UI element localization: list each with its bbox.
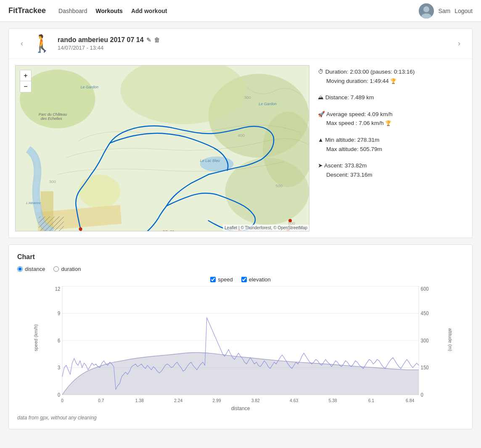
next-workout-button[interactable]: › bbox=[455, 37, 464, 50]
chart-area: 0 3 6 9 12 0 150 300 450 600 0 0.7 bbox=[42, 286, 439, 404]
workout-title-text: rando amberieu 2017 07 14 bbox=[58, 36, 144, 44]
distance-label: Distance: bbox=[325, 94, 349, 101]
radio-distance-text: distance bbox=[25, 266, 45, 272]
prev-workout-button[interactable]: ‹ bbox=[17, 37, 26, 50]
map-zoom-controls: + − bbox=[20, 70, 32, 93]
stat-min-alt: ▲ Min altitude: 278.31m bbox=[318, 135, 466, 145]
moving-duration-label: Moving duration: bbox=[326, 78, 368, 84]
nav-workouts[interactable]: Workouts bbox=[96, 8, 123, 14]
svg-text:0.7: 0.7 bbox=[98, 398, 104, 403]
stat-group-duration: ⏱ Duration: 2:03:00 (pauses: 0:13:16) Mo… bbox=[318, 67, 466, 85]
brand-link[interactable]: FitTrackee bbox=[8, 6, 46, 15]
zoom-out-button[interactable]: − bbox=[20, 81, 31, 92]
radio-distance-input[interactable] bbox=[17, 266, 23, 272]
max-alt-label: Max altitude: bbox=[326, 146, 359, 152]
distance-value: 7.489 km bbox=[351, 94, 374, 101]
svg-text:0: 0 bbox=[61, 398, 63, 403]
svg-text:0: 0 bbox=[421, 392, 424, 398]
check-speed-label[interactable]: speed bbox=[210, 276, 233, 283]
chart-card: Chart distance duration speed elevation bbox=[8, 244, 473, 429]
svg-text:4.63: 4.63 bbox=[290, 398, 298, 403]
avg-speed-value: 4.09 km/h bbox=[367, 111, 392, 117]
max-speed-value: 7.06 km/h bbox=[359, 120, 383, 126]
y-right-axis-label: altitude (m) bbox=[447, 328, 452, 351]
svg-text:3.82: 3.82 bbox=[251, 398, 260, 403]
chart-title: Chart bbox=[17, 253, 464, 261]
svg-text:des Echelles: des Echelles bbox=[41, 117, 62, 121]
stat-distance: ⛰ Distance: 7.489 km bbox=[318, 93, 466, 102]
svg-point-9 bbox=[79, 175, 121, 208]
ascent-icon: ➤ bbox=[318, 162, 323, 169]
chart-legend: speed elevation bbox=[17, 276, 464, 283]
moving-duration-value: 1:49:44 bbox=[370, 78, 389, 84]
svg-text:6.84: 6.84 bbox=[406, 398, 414, 403]
avatar bbox=[419, 3, 434, 19]
check-speed-text: speed bbox=[218, 276, 233, 283]
radio-distance-label[interactable]: distance bbox=[17, 266, 45, 272]
check-elevation-text: elevation bbox=[249, 276, 271, 283]
svg-text:2.24: 2.24 bbox=[174, 398, 182, 403]
workout-header: ‹ 🚶 rando amberieu 2017 07 14 ✎ 🗑 14/07/… bbox=[9, 29, 472, 59]
svg-text:600: 600 bbox=[421, 286, 429, 292]
svg-text:300: 300 bbox=[244, 95, 251, 100]
stat-group-ascent: ➤ Ascent: 373.82m Descent: 373.16m bbox=[318, 161, 466, 179]
svg-text:450: 450 bbox=[421, 310, 429, 316]
navbar-right: Sam Logout bbox=[419, 3, 473, 19]
avg-speed-label: Average speed: bbox=[326, 111, 366, 117]
svg-point-30 bbox=[79, 227, 82, 231]
nav-add-workout[interactable]: Add workout bbox=[131, 8, 167, 14]
svg-rect-13 bbox=[39, 217, 64, 231]
svg-text:1.38: 1.38 bbox=[135, 398, 144, 403]
zoom-in-button[interactable]: + bbox=[20, 70, 31, 81]
duration-label: Duration: bbox=[325, 69, 349, 75]
trophy-icon-speed: 🏆 bbox=[385, 120, 391, 126]
map-attribution: Leaflet | © Thunderforest, © OpenStreetM… bbox=[223, 225, 309, 231]
nav-dashboard[interactable]: Dashboard bbox=[58, 8, 87, 14]
mountain-icon: ⛰ bbox=[318, 94, 324, 101]
radio-duration-input[interactable] bbox=[53, 266, 59, 272]
stat-group-distance: ⛰ Distance: 7.489 km bbox=[318, 93, 466, 102]
workout-date: 14/07/2017 - 13:44 bbox=[58, 45, 455, 51]
chart-note: data from gpx, without any cleaning bbox=[17, 415, 464, 421]
workout-title-block: rando amberieu 2017 07 14 ✎ 🗑 14/07/2017… bbox=[58, 36, 455, 51]
min-alt-label: Min altitude: bbox=[325, 137, 356, 143]
stats-panel: ⏱ Duration: 2:03:00 (pauses: 0:13:16) Mo… bbox=[318, 65, 466, 231]
svg-text:Parc du Château: Parc du Château bbox=[39, 112, 67, 117]
ascent-value: 373.82m bbox=[345, 162, 367, 169]
svg-text:Le Lac Bleu: Le Lac Bleu bbox=[200, 159, 220, 163]
svg-text:300: 300 bbox=[421, 337, 429, 344]
logout-link[interactable]: Logout bbox=[455, 8, 473, 14]
svg-text:12: 12 bbox=[55, 286, 61, 292]
svg-text:L'Albarine: L'Albarine bbox=[26, 201, 41, 205]
map-container[interactable]: 400 500 500 300 300 Parc du Château des … bbox=[15, 65, 309, 231]
delete-workout-button[interactable]: 🗑 bbox=[154, 37, 160, 43]
svg-text:150: 150 bbox=[421, 364, 429, 371]
max-speed-label: Max speed : bbox=[326, 120, 357, 126]
workout-title: rando amberieu 2017 07 14 ✎ 🗑 bbox=[58, 36, 455, 44]
svg-text:6: 6 bbox=[58, 337, 61, 344]
stat-moving-duration: Moving duration: 1:49:44 🏆 bbox=[318, 77, 466, 86]
descent-value: 373.16m bbox=[350, 172, 373, 178]
radio-duration-text: duration bbox=[61, 266, 81, 272]
stat-duration: ⏱ Duration: 2:03:00 (pauses: 0:13:16) bbox=[318, 67, 466, 77]
check-elevation-label[interactable]: elevation bbox=[241, 276, 271, 283]
max-alt-value: 505.79m bbox=[360, 146, 382, 152]
chart-controls: distance duration bbox=[17, 266, 464, 272]
check-speed-input[interactable] bbox=[210, 277, 216, 282]
stat-avg-speed: 🚀 Average speed: 4.09 km/h bbox=[318, 110, 466, 119]
edit-workout-button[interactable]: ✎ bbox=[146, 37, 151, 43]
chart-svg: 0 3 6 9 12 0 150 300 450 600 0 0.7 bbox=[42, 286, 439, 404]
svg-text:300: 300 bbox=[49, 179, 56, 184]
clock-icon: ⏱ bbox=[318, 69, 324, 75]
svg-text:2.99: 2.99 bbox=[212, 398, 221, 403]
svg-text:6.1: 6.1 bbox=[368, 398, 374, 403]
descent-label: Descent: bbox=[326, 172, 349, 178]
check-elevation-input[interactable] bbox=[241, 277, 247, 282]
stat-descent: Descent: 373.16m bbox=[318, 170, 466, 180]
radio-duration-label[interactable]: duration bbox=[53, 266, 81, 272]
duration-value: 2:03:00 (pauses: 0:13:16) bbox=[350, 69, 415, 75]
svg-text:Le Gardon: Le Gardon bbox=[259, 102, 276, 106]
speed-icon: 🚀 bbox=[318, 111, 325, 117]
svg-text:400: 400 bbox=[238, 133, 245, 138]
navbar: FitTrackee Dashboard Workouts Add workou… bbox=[0, 0, 481, 22]
